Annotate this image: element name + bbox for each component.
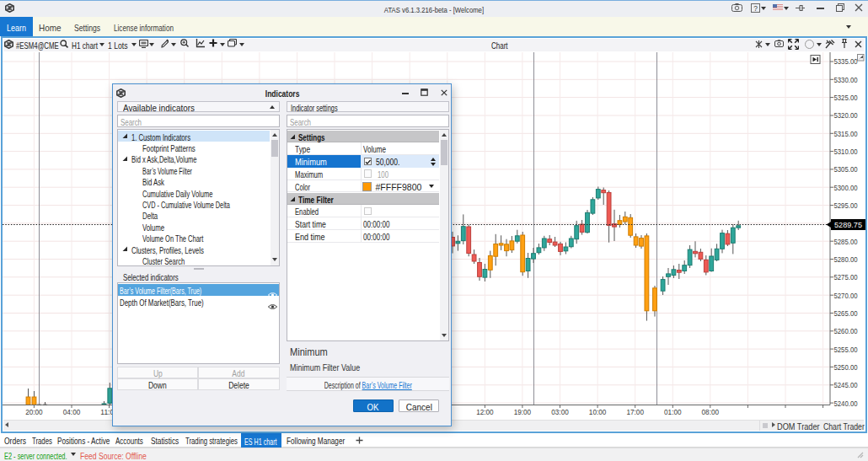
svg-text:5315.00: 5315.00	[834, 129, 858, 138]
svg-text:5300.00: 5300.00	[834, 183, 858, 192]
svg-text:08:00: 08:00	[702, 407, 720, 416]
svg-text:01:00: 01:00	[664, 407, 682, 416]
svg-text:5245.00: 5245.00	[834, 380, 858, 389]
svg-text:5260.00: 5260.00	[834, 326, 858, 335]
svg-text:5310.00: 5310.00	[834, 147, 858, 156]
svg-text:10:00: 10:00	[589, 407, 607, 416]
svg-text:5270.00: 5270.00	[834, 291, 858, 300]
svg-text:12:00: 12:00	[476, 407, 494, 416]
svg-text:17:00: 17:00	[626, 407, 644, 416]
svg-text:5305.00: 5305.00	[834, 164, 858, 174]
svg-text:5255.00: 5255.00	[834, 345, 858, 354]
svg-text:04:00: 04:00	[63, 407, 81, 416]
svg-text:20:00: 20:00	[25, 407, 43, 416]
svg-text:5330.00: 5330.00	[834, 75, 858, 84]
svg-text:5295.00: 5295.00	[834, 201, 858, 210]
svg-text:5335.00: 5335.00	[834, 56, 858, 66]
svg-text:5320.00: 5320.00	[834, 110, 858, 120]
svg-text:5285.00: 5285.00	[834, 237, 858, 246]
svg-text:03:00: 03:00	[551, 407, 569, 416]
svg-text:5250.00: 5250.00	[834, 362, 858, 372]
svg-text:5275.00: 5275.00	[834, 272, 858, 281]
svg-text:5240.00: 5240.00	[834, 399, 858, 408]
svg-text:19:00: 19:00	[514, 407, 532, 416]
svg-text:5265.00: 5265.00	[834, 308, 858, 318]
svg-text:5325.00: 5325.00	[834, 93, 858, 102]
svg-text:5289.75: 5289.75	[834, 220, 862, 229]
svg-text:5280.00: 5280.00	[834, 255, 858, 264]
